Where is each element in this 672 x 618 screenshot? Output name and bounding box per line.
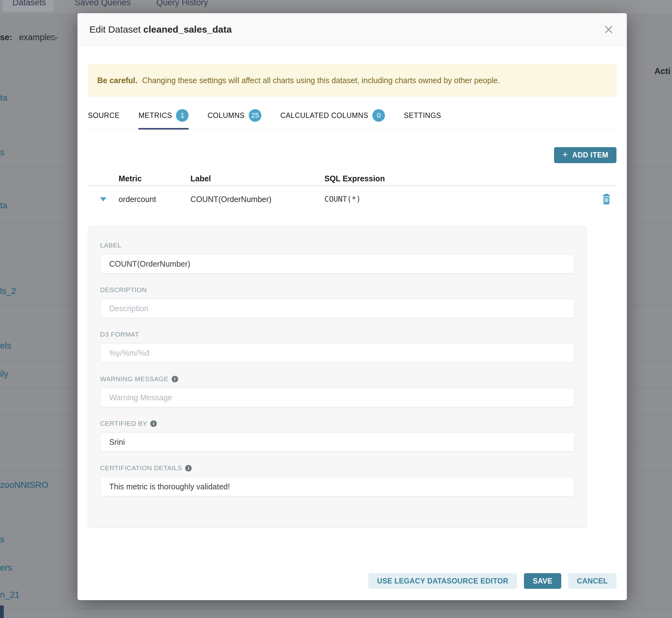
add-item-button[interactable]: + ADD ITEM — [554, 147, 616, 163]
background-actions-column-header: Acti — [654, 67, 670, 76]
certification-details-field-label: CERTIFICATION DETAILS — [100, 464, 575, 472]
warning-banner-text: Changing these settings will affect all … — [142, 76, 500, 85]
description-field-label-text: DESCRIPTION — [100, 286, 147, 294]
background-dataset-name-fragment: s — [0, 147, 4, 158]
description-field: DESCRIPTION — [100, 286, 575, 318]
close-button[interactable] — [602, 23, 615, 36]
trash-icon — [601, 194, 611, 205]
metrics-count-badge: 1 — [176, 109, 189, 122]
background-bottom-left-element — [0, 605, 4, 618]
d3-format-field: D3 FORMAT — [100, 331, 575, 363]
warning-message-input[interactable] — [100, 388, 575, 407]
background-dataset-name-fragment: els — [0, 341, 11, 351]
certified-by-field: CERTIFIED BY — [100, 420, 575, 452]
modal-header: Edit Dataset cleaned_sales_data — [78, 13, 627, 46]
background-dataset-name-fragment: ers — [0, 563, 12, 573]
background-dataset-name-fragment: n_21 — [0, 590, 19, 600]
certified-by-field-label: CERTIFIED BY — [100, 420, 575, 427]
tab-settings[interactable]: SETTINGS — [404, 104, 441, 129]
metric-label: COUNT(OrderNumber) — [190, 195, 324, 204]
background-tab-saved-queries: Saved Queries — [75, 0, 131, 8]
background-tab-query-history: Query History — [156, 0, 208, 8]
database-filter-label-fragment: se: — [0, 33, 12, 42]
background-dataset-name-fragment: s — [0, 534, 4, 544]
modal-footer: USE LEGACY DATASOURCE EDITOR SAVE CANCEL — [78, 573, 627, 600]
warning-message-field: WARNING MESSAGE — [100, 375, 575, 407]
d3-format-input[interactable] — [100, 343, 575, 363]
background-row-divider — [0, 609, 672, 609]
metrics-table-header: Metric Label SQL Expression — [88, 172, 616, 185]
tab-metrics-label: METRICS — [138, 111, 172, 120]
use-legacy-datasource-editor-button[interactable]: USE LEGACY DATASOURCE EDITOR — [368, 573, 517, 589]
certified-by-field-label-text: CERTIFIED BY — [100, 420, 147, 427]
tab-columns-label: COLUMNS — [207, 111, 245, 120]
background-tab-datasets: Datasets — [13, 0, 46, 8]
background-dataset-name-fragment: ily — [0, 369, 8, 379]
plus-icon: + — [562, 150, 568, 160]
background-dataset-name-fragment: ta — [0, 200, 7, 210]
background-database-filter: se: examples — [0, 33, 55, 42]
tab-columns[interactable]: COLUMNS 25 — [207, 104, 261, 129]
modal-title: Edit Dataset cleaned_sales_data — [89, 24, 232, 35]
background-dataset-name-fragment: ta — [0, 93, 7, 103]
tab-calculated-columns-label: CALCULATED COLUMNS — [280, 111, 368, 120]
certification-details-input[interactable] — [100, 477, 575, 496]
label-field: LABEL — [100, 241, 575, 274]
warning-banner-bold: Be careful. — [97, 76, 137, 85]
metric-detail-panel: LABEL DESCRIPTION D3 FORMAT WARNING MESS… — [88, 226, 587, 528]
database-filter-value: examples — [19, 33, 56, 42]
delete-metric-button[interactable] — [596, 194, 616, 205]
close-icon — [604, 25, 613, 34]
collapse-row-caret-icon[interactable] — [100, 197, 106, 201]
dataset-editor-tabs: SOURCE METRICS 1 COLUMNS 25 CALCULATED C… — [88, 104, 616, 129]
warning-banner: Be careful. Changing these settings will… — [88, 64, 616, 97]
metric-column-header: Metric — [119, 174, 190, 183]
save-button[interactable]: SAVE — [524, 573, 561, 589]
d3-format-field-label: D3 FORMAT — [100, 331, 575, 338]
description-input[interactable] — [100, 299, 575, 318]
metric-row-ordercount: ordercount COUNT(OrderNumber) COUNT(*) — [88, 186, 616, 212]
tab-settings-label: SETTINGS — [404, 111, 441, 120]
warning-message-field-label: WARNING MESSAGE — [100, 375, 575, 383]
d3-format-field-label-text: D3 FORMAT — [100, 331, 139, 338]
tab-source[interactable]: SOURCE — [88, 104, 119, 129]
label-column-header: Label — [190, 174, 324, 183]
columns-count-badge: 25 — [249, 109, 261, 122]
background-dataset-name-fragment: ls_2 — [0, 286, 16, 296]
warning-message-field-label-text: WARNING MESSAGE — [100, 375, 169, 383]
add-item-row: + ADD ITEM — [88, 147, 616, 163]
certification-details-field-label-text: CERTIFICATION DETAILS — [100, 464, 182, 472]
calculated-columns-count-badge: 0 — [372, 109, 385, 122]
description-field-label: DESCRIPTION — [100, 286, 575, 294]
certification-details-field: CERTIFICATION DETAILS — [100, 464, 575, 496]
metric-name: ordercount — [119, 195, 190, 204]
tab-calculated-columns[interactable]: CALCULATED COLUMNS 0 — [280, 104, 385, 129]
modal-body: Be careful. Changing these settings will… — [78, 46, 627, 573]
modal-title-prefix: Edit Dataset — [89, 24, 140, 34]
dataset-name: cleaned_sales_data — [143, 24, 232, 34]
tab-source-label: SOURCE — [88, 111, 119, 120]
edit-dataset-modal: Edit Dataset cleaned_sales_data Be caref… — [78, 13, 627, 600]
add-item-label: ADD ITEM — [572, 151, 608, 160]
label-input[interactable] — [100, 254, 575, 274]
info-icon — [150, 420, 157, 427]
metric-sql-expression: COUNT(*) — [324, 195, 596, 204]
background-dataset-name-fragment: zooNNtSRO — [0, 480, 48, 490]
info-icon — [185, 465, 192, 472]
label-field-label: LABEL — [100, 241, 575, 249]
cancel-button[interactable]: CANCEL — [568, 573, 616, 589]
label-field-label-text: LABEL — [100, 241, 121, 249]
tab-metrics[interactable]: METRICS 1 — [138, 104, 189, 129]
chevron-down-icon — [52, 37, 58, 41]
info-icon — [172, 376, 178, 383]
sql-expression-column-header: SQL Expression — [324, 174, 596, 183]
certified-by-input[interactable] — [100, 432, 575, 452]
